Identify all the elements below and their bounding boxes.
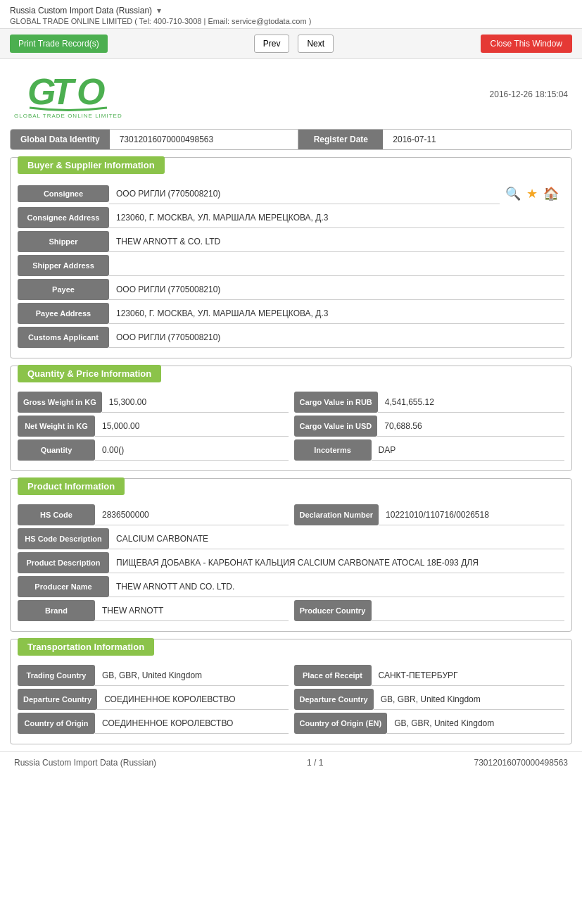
trading-country-receipt-row: Trading Country GB, GBR, United Kingdom …	[18, 665, 564, 686]
quantity-value: 0.00()	[95, 439, 289, 461]
brand-value: THEW ARNOTT	[95, 600, 289, 621]
footer-right: 73012016070000498563	[474, 758, 568, 768]
consignee-address-value: 123060, Г. МОСКВА, УЛ. МАРШАЛА МЕРЕЦКОВА…	[109, 207, 564, 228]
consignee-address-label: Consignee Address	[18, 207, 109, 228]
consignee-row: Consignee ООО РИГЛИ (7705008210) 🔍 ★ 🏠	[18, 183, 564, 204]
subtitle: GLOBAL TRADE ONLINE LIMITED ( Tel: 400-7…	[10, 17, 572, 25]
payee-row: Payee ООО РИГЛИ (7705008210)	[18, 279, 564, 300]
cargo-rub-pair: Cargo Value in RUB 4,541,655.12	[294, 392, 565, 413]
customs-applicant-value: ООО РИГЛИ (7705008210)	[109, 327, 564, 348]
home-icon[interactable]: 🏠	[543, 186, 559, 201]
cargo-rub-value: 4,541,655.12	[378, 392, 564, 413]
net-weight-value: 15,000.00	[95, 416, 289, 437]
star-icon[interactable]: ★	[526, 186, 538, 201]
timestamp: 2016-12-26 18:15:04	[490, 89, 568, 99]
declaration-value: 10221010/110716/0026518	[379, 504, 564, 525]
trading-country-label: Trading Country	[18, 665, 95, 686]
departure-country-value: СОЕДИНЕННОЕ КОРОЛЕВСТВО	[97, 689, 288, 710]
shipper-address-value	[109, 255, 564, 276]
quantity-price-title: Quantity & Price Information	[18, 365, 161, 382]
incoterms-pair: Incoterms DAP	[294, 439, 565, 461]
declaration-label: Declaration Number	[294, 504, 379, 525]
country-origin-row: Country of Origin СОЕДИНЕННОЕ КОРОЛЕВСТВ…	[18, 713, 564, 734]
identity-label: Global Data Identity	[11, 130, 110, 149]
svg-text:T: T	[51, 71, 77, 111]
shipper-label: Shipper	[18, 231, 109, 252]
search-icon[interactable]: 🔍	[505, 186, 521, 201]
quantity-incoterms-row: Quantity 0.00() Incoterms DAP	[18, 439, 564, 461]
print-button[interactable]: Print Trade Record(s)	[10, 35, 108, 53]
departure-country-row: Departure Country СОЕДИНЕННОЕ КОРОЛЕВСТВ…	[18, 689, 564, 710]
producer-name-value: THEW ARNOTT AND CO. LTD.	[109, 576, 564, 597]
logo: G T O GLOBAL TRADE ONLINE LIMITED	[14, 69, 122, 119]
product-desc-label: Product Description	[18, 552, 109, 573]
close-button[interactable]: Close This Window	[481, 35, 572, 53]
transportation-section: Transportation Information Trading Count…	[10, 639, 572, 744]
buyer-supplier-title: Buyer & Supplier Information	[18, 156, 165, 174]
net-weight-cargo-usd-row: Net Weight in KG 15,000.00 Cargo Value i…	[18, 416, 564, 437]
product-desc-row: Product Description ПИЩЕВАЯ ДОБАВКА - КА…	[18, 552, 564, 573]
identity-value: 73012016070000498563	[110, 130, 299, 149]
hs-desc-row: HS Code Description CALCIUM CARBONATE	[18, 528, 564, 549]
brand-label: Brand	[18, 600, 95, 621]
customs-applicant-label: Customs Applicant	[18, 327, 109, 348]
producer-name-row: Producer Name THEW ARNOTT AND CO. LTD.	[18, 576, 564, 597]
country-origin-en-value: GB, GBR, United Kingdom	[387, 713, 564, 734]
page-header: Russia Custom Import Data (Russian) ▾ GL…	[0, 0, 582, 29]
cargo-usd-label: Cargo Value in USD	[294, 416, 378, 437]
country-origin-value: СОЕДИНЕННОЕ КОРОЛЕВСТВО	[95, 713, 289, 734]
logo-area: G T O GLOBAL TRADE ONLINE LIMITED 2016-1…	[0, 59, 582, 126]
producer-country-pair: Producer Country	[294, 600, 565, 621]
nav-group: Prev Next	[248, 35, 334, 53]
shipper-value: THEW ARNOTT & CO. LTD	[109, 231, 564, 252]
net-weight-pair: Net Weight in KG 15,000.00	[18, 416, 289, 437]
footer-center: 1 / 1	[307, 758, 323, 768]
payee-address-label: Payee Address	[18, 303, 109, 324]
hs-code-value: 2836500000	[95, 504, 289, 525]
trading-country-pair: Trading Country GB, GBR, United Kingdom	[18, 665, 289, 686]
cargo-usd-value: 70,688.56	[377, 416, 564, 437]
declaration-pair: Declaration Number 10221010/110716/00265…	[294, 504, 565, 525]
prev-button[interactable]: Prev	[254, 35, 290, 53]
departure-country-en-pair: Departure Country GB, GBR, United Kingdo…	[294, 689, 565, 710]
product-desc-value: ПИЩЕВАЯ ДОБАВКА - КАРБОНАТ КАЛЬЦИЯ CALCI…	[109, 552, 564, 573]
place-receipt-value: САНКТ-ПЕТЕРБУРГ	[372, 665, 565, 686]
gross-weight-cargo-rub-row: Gross Weight in KG 15,300.00 Cargo Value…	[18, 392, 564, 413]
consignee-address-row: Consignee Address 123060, Г. МОСКВА, УЛ.…	[18, 207, 564, 228]
consignee-icons: 🔍 ★ 🏠	[500, 186, 564, 201]
country-origin-label: Country of Origin	[18, 713, 95, 734]
quantity-label: Quantity	[18, 439, 95, 461]
toolbar: Print Trade Record(s) Prev Next Close Th…	[0, 29, 582, 59]
quantity-pair: Quantity 0.00()	[18, 439, 289, 461]
page-title: Russia Custom Import Data (Russian)	[10, 6, 152, 15]
consignee-label: Consignee	[18, 185, 109, 202]
shipper-row: Shipper THEW ARNOTT & CO. LTD	[18, 231, 564, 252]
logo-subtitle: GLOBAL TRADE ONLINE LIMITED	[14, 113, 122, 119]
quantity-price-section: Quantity & Price Information Gross Weigh…	[10, 366, 572, 471]
departure-country-en-label: Departure Country	[294, 689, 374, 710]
hs-code-label: HS Code	[18, 504, 95, 525]
departure-country-pair: Departure Country СОЕДИНЕННОЕ КОРОЛЕВСТВ…	[18, 689, 289, 710]
payee-label: Payee	[18, 279, 109, 300]
next-button[interactable]: Next	[298, 35, 334, 53]
product-section: Product Information HS Code 2836500000 D…	[10, 478, 572, 632]
producer-name-label: Producer Name	[18, 576, 109, 597]
incoterms-label: Incoterms	[294, 439, 372, 461]
gross-weight-pair: Gross Weight in KG 15,300.00	[18, 392, 289, 413]
hs-desc-label: HS Code Description	[18, 528, 109, 549]
hs-code-pair: HS Code 2836500000	[18, 504, 289, 525]
incoterms-value: DAP	[372, 439, 565, 461]
departure-country-en-value: GB, GBR, United Kingdom	[374, 689, 564, 710]
place-receipt-label: Place of Receipt	[294, 665, 372, 686]
shipper-address-row: Shipper Address	[18, 255, 564, 276]
hs-desc-value: CALCIUM CARBONATE	[109, 528, 564, 549]
dropdown-arrow-icon[interactable]: ▾	[157, 6, 161, 15]
register-date-value: 2016-07-11	[383, 130, 571, 149]
brand-pair: Brand THEW ARNOTT	[18, 600, 289, 621]
place-receipt-pair: Place of Receipt САНКТ-ПЕТЕРБУРГ	[294, 665, 565, 686]
register-date-label: Register Date	[298, 130, 383, 149]
transportation-title: Transportation Information	[18, 638, 154, 656]
net-weight-label: Net Weight in KG	[18, 416, 95, 437]
shipper-address-label: Shipper Address	[18, 255, 109, 276]
cargo-rub-label: Cargo Value in RUB	[294, 392, 378, 413]
